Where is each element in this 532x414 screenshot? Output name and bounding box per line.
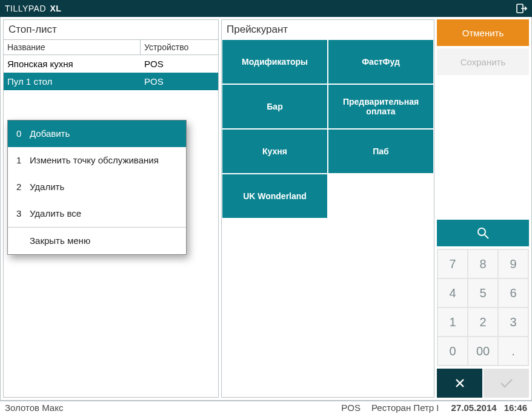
status-location: Ресторан Петр I [371,402,439,413]
menu-idx: 0 [16,128,25,139]
menu-item-delete-all[interactable]: 3 Удалить все [8,200,186,227]
statusbar: Золотов Макс POS Ресторан Петр I 27.05.2… [0,401,532,414]
pricelist-title: Прейскурант [222,20,434,39]
search-icon [476,226,490,240]
cell-name: Японская кухня [4,55,141,73]
menu-pointer-icon [172,90,182,95]
key-8[interactable]: 8 [468,250,497,278]
menu-label: Добавить [30,128,70,139]
close-icon [454,378,465,389]
right-panel: Отменить Сохранить 7 8 9 4 5 6 1 2 3 0 0… [437,19,529,398]
menu-item-delete[interactable]: 2 Удалить [8,174,186,200]
menu-item-add[interactable]: 0 Добавить [8,120,186,147]
context-menu: 0 Добавить 1 Изменить точку обслуживания… [7,120,187,255]
status-device: POS [341,402,361,413]
menu-idx: 2 [16,182,25,192]
menu-item-change-location[interactable]: 1 Изменить точку обслуживания [8,147,186,174]
keypad-actions [437,369,529,398]
main-area: Стоп-лист Название Устройство Японская к… [0,17,532,401]
key-00[interactable]: 00 [468,337,497,365]
menu-label: Удалить [30,182,64,192]
menu-item-close[interactable]: Закрыть меню [8,227,186,254]
keypad-confirm-button [484,369,529,398]
key-5[interactable]: 5 [468,279,497,307]
spacer [437,77,529,217]
tile-fastfood[interactable]: ФастФуд [328,39,434,84]
table-row[interactable]: Японская кухня POS [4,55,218,73]
menu-idx: 3 [16,208,25,218]
save-button[interactable]: Сохранить [437,48,529,75]
key-4[interactable]: 4 [438,279,467,307]
keypad-clear-button[interactable] [437,369,482,398]
cell-device: POS [141,55,218,73]
pricelist-panel: Прейскурант Модификаторы ФастФуд Бар Пре… [221,19,434,398]
stoplist-header: Название Устройство [4,40,218,55]
cell-device: POS [141,73,218,90]
col-name[interactable]: Название [4,40,141,54]
brand: TILLYPAD XL [5,4,516,13]
svg-point-1 [478,228,485,235]
stoplist-panel: Стоп-лист Название Устройство Японская к… [3,19,219,398]
menu-label: Закрыть меню [30,235,90,246]
key-7[interactable]: 7 [438,250,467,278]
menu-idx: 1 [16,155,25,165]
key-9[interactable]: 9 [499,250,528,278]
tile-uk-wonderland[interactable]: UK Wonderland [222,174,328,218]
key-dot[interactable]: . [499,337,528,365]
brand-suffix: XL [50,4,61,13]
brand-prefix: TILLYPAD [5,4,46,13]
tile-kitchen[interactable]: Кухня [222,129,328,174]
check-icon [500,378,513,389]
status-time: 16:46 [504,402,527,413]
cancel-button[interactable]: Отменить [437,19,529,46]
logout-icon[interactable] [516,4,527,13]
tile-pab[interactable]: Паб [328,129,434,174]
category-tiles: Модификаторы ФастФуд Бар Предварительная… [222,39,434,218]
stoplist-title: Стоп-лист [4,20,218,40]
search-button[interactable] [437,220,529,246]
menu-label: Изменить точку обслуживания [30,155,159,165]
tile-bar[interactable]: Бар [222,84,328,129]
tile-modifiers[interactable]: Модификаторы [222,39,328,84]
cell-name: Пул 1 стол [4,73,141,90]
keypad: 7 8 9 4 5 6 1 2 3 0 00 . [437,249,529,366]
key-6[interactable]: 6 [499,279,528,307]
menu-label: Удалить все [30,208,81,218]
key-3[interactable]: 3 [499,308,528,336]
status-user: Золотов Макс [5,402,330,413]
table-row[interactable]: Пул 1 стол POS [4,73,218,90]
tile-prepay[interactable]: Предварительная оплата [328,84,434,129]
titlebar: TILLYPAD XL [0,0,532,17]
key-0[interactable]: 0 [438,337,467,365]
col-device[interactable]: Устройство [141,40,218,54]
status-date: 27.05.2014 [451,402,497,413]
key-1[interactable]: 1 [438,308,467,336]
key-2[interactable]: 2 [468,308,497,336]
